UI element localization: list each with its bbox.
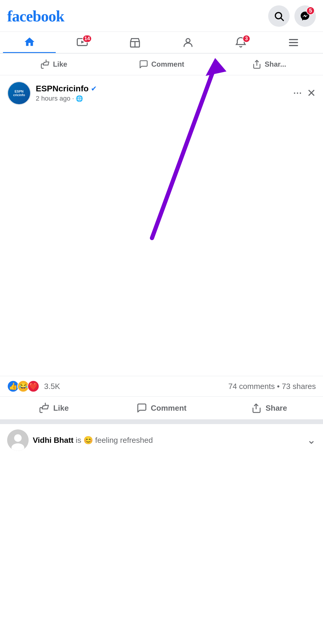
more-options-button[interactable]: ···	[294, 88, 302, 98]
header-icons: 5	[268, 5, 316, 27]
nav-item-profile[interactable]	[162, 32, 214, 53]
comment-button[interactable]: Comment	[108, 398, 215, 418]
love-reaction: ❤️	[27, 380, 39, 392]
comment-btn-icon	[136, 403, 147, 413]
next-post-close-button[interactable]: ⌄	[307, 434, 316, 446]
nav-item-marketplace[interactable]	[109, 32, 162, 53]
reactions: 👍 😂 ❤️ 3.5K	[7, 380, 60, 392]
next-author-avatar	[7, 429, 29, 451]
next-author-name[interactable]: Vidhi Bhatt is 😊 feeling refreshed	[33, 436, 153, 445]
like-button[interactable]: Like	[0, 398, 108, 418]
engagement-separator: •	[277, 382, 282, 391]
post-engagement: 74 comments • 73 shares	[228, 382, 316, 391]
post-author: ESPNcricinfo ESPNcricinfo ✔ 2 hours ago …	[7, 81, 97, 105]
messenger-badge: 5	[306, 7, 315, 15]
notifications-badge: 3	[243, 35, 250, 43]
profile-icon	[182, 37, 194, 49]
like-icon	[41, 60, 50, 69]
prev-share-button[interactable]: Shar...	[215, 57, 323, 72]
share-icon-prev	[252, 60, 262, 69]
header: facebook 5	[0, 0, 323, 32]
dot-separator: ·	[72, 95, 74, 102]
next-avatar-icon	[7, 429, 29, 451]
author-avatar[interactable]: ESPNcricinfo	[7, 81, 31, 105]
next-post-author: Vidhi Bhatt is 😊 feeling refreshed	[7, 429, 153, 451]
post-stats: 👍 😂 ❤️ 3.5K 74 comments • 73 shares	[0, 376, 323, 396]
prev-like-button[interactable]: Like	[0, 57, 108, 72]
close-post-button[interactable]: ✕	[307, 87, 316, 99]
privacy-icon: 🌐	[76, 95, 83, 102]
comments-count[interactable]: 74 comments	[228, 382, 275, 391]
post-action-bar: Like Comment Share	[0, 396, 323, 419]
like-btn-icon	[39, 403, 50, 413]
nav-item-notifications[interactable]: 3	[214, 32, 267, 53]
author-info: ESPNcricinfo ✔ 2 hours ago · 🌐	[36, 84, 97, 102]
home-icon	[24, 36, 35, 48]
shares-count[interactable]: 73 shares	[282, 382, 316, 391]
watch-badge: 14	[83, 35, 92, 43]
svg-point-12	[14, 434, 21, 442]
search-button[interactable]	[268, 5, 290, 27]
search-icon	[274, 11, 284, 21]
comment-icon-prev	[139, 60, 148, 69]
prev-share-label: Shar...	[265, 60, 286, 68]
verified-icon: ✔	[91, 85, 97, 93]
author-name[interactable]: ESPNcricinfo	[36, 84, 88, 93]
post-time: 2 hours ago · 🌐	[36, 95, 97, 102]
svg-line-1	[281, 18, 283, 21]
menu-icon	[288, 37, 299, 49]
post-header-actions: ··· ✕	[294, 87, 316, 99]
nav-item-watch[interactable]: 14	[56, 32, 108, 53]
prev-like-label: Like	[53, 60, 67, 68]
post-header: ESPNcricinfo ESPNcricinfo ✔ 2 hours ago …	[0, 75, 323, 108]
prev-post-action-bar: Like Comment Shar...	[0, 54, 323, 75]
reaction-icons: 👍 😂 ❤️	[7, 380, 39, 392]
messenger-button[interactable]: 5	[294, 5, 316, 27]
share-button[interactable]: Share	[215, 398, 323, 418]
marketplace-icon	[129, 37, 141, 49]
post-image	[0, 108, 323, 376]
nav-bar: 14 3	[0, 32, 323, 54]
author-name-row: ESPNcricinfo ✔	[36, 84, 97, 93]
prev-comment-button[interactable]: Comment	[108, 57, 215, 72]
next-post-peek: Vidhi Bhatt is 😊 feeling refreshed ⌄	[0, 422, 323, 456]
nav-item-home[interactable]	[3, 32, 56, 53]
share-btn-icon	[251, 403, 262, 413]
svg-point-6	[186, 38, 190, 42]
reaction-count: 3.5K	[44, 382, 60, 391]
post-time-text: 2 hours ago	[36, 95, 70, 102]
comment-btn-label: Comment	[151, 404, 187, 413]
facebook-logo: facebook	[7, 7, 64, 25]
share-btn-label: Share	[265, 404, 287, 413]
like-btn-label: Like	[53, 404, 69, 413]
nav-item-menu[interactable]	[267, 32, 320, 53]
prev-comment-label: Comment	[151, 60, 184, 68]
post-container: ESPNcricinfo ESPNcricinfo ✔ 2 hours ago …	[0, 75, 323, 422]
avatar-inner: ESPNcricinfo	[8, 82, 30, 104]
